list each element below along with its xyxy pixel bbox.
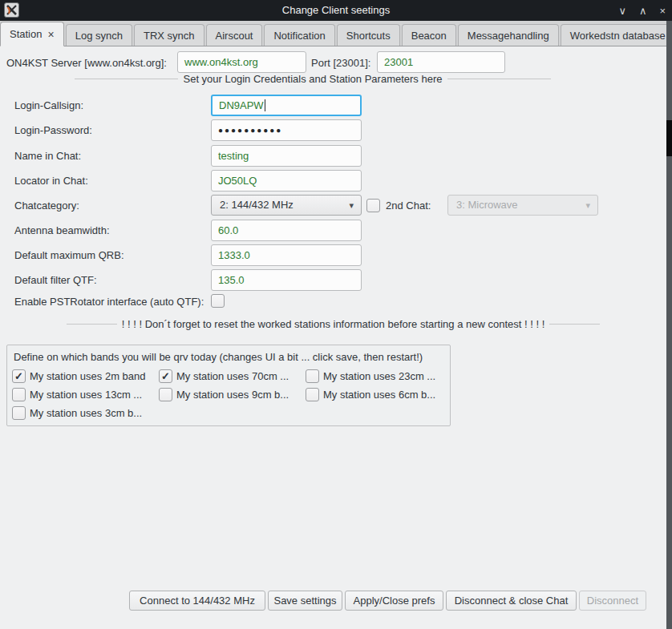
- chevron-down-icon: ▾: [585, 196, 590, 215]
- second-chat-checkbox[interactable]: [366, 199, 380, 212]
- max-qrb-label: Default maximum QRB:: [14, 249, 124, 261]
- tab-close-icon[interactable]: ×: [47, 28, 54, 41]
- contest-warning-text: ! ! ! ! Don´t forget to reset the worked…: [117, 318, 549, 330]
- tab-notification[interactable]: Notification: [264, 24, 334, 46]
- close-button[interactable]: ×: [659, 5, 666, 17]
- text-cursor: [265, 99, 265, 111]
- login-callsign-value: DN9APW: [219, 99, 264, 111]
- tab-shortcuts[interactable]: Shortcuts: [337, 24, 400, 46]
- credentials-section-title: Set your Login Credentials and Station P…: [178, 73, 447, 85]
- band-9cm-label: My station uses 9cm b...: [176, 389, 289, 401]
- chevron-down-icon: ▾: [349, 196, 354, 215]
- minimize-button[interactable]: ∨: [618, 5, 626, 17]
- chatcategory-select[interactable]: 2: 144/432 MHz ▾: [211, 195, 362, 216]
- tab-bar: Station × Log synch TRX synch Airscout N…: [0, 21, 672, 46]
- scrollbar-thumb[interactable]: [666, 120, 672, 156]
- background-scrollbar[interactable]: [666, 21, 672, 629]
- apply-close-prefs-button[interactable]: Apply/Close prefs: [345, 591, 443, 611]
- window-title: Change Client seetings: [0, 0, 672, 21]
- filter-qtf-label: Default filter QTF:: [14, 274, 97, 286]
- tab-label: Log synch: [75, 30, 123, 42]
- tab-airscout[interactable]: Airscout: [206, 24, 263, 46]
- band-13cm-label: My station uses 13cm ...: [30, 389, 142, 401]
- login-callsign-label: Login-Callsign:: [14, 99, 83, 111]
- tab-log-synch[interactable]: Log synch: [66, 24, 132, 46]
- connect-button[interactable]: Connect to 144/432 MHz: [129, 591, 265, 611]
- beamwidth-label: Antenna beamwidth:: [14, 224, 110, 236]
- band-23cm-checkbox[interactable]: [306, 369, 319, 383]
- tab-messagehandling[interactable]: Messagehandling: [458, 24, 559, 46]
- check-icon: ✓: [14, 370, 23, 382]
- tab-label: Airscout: [216, 30, 253, 42]
- disconnect-button: Disconnect: [579, 591, 646, 611]
- port-label: Port [23001]:: [311, 57, 370, 69]
- tab-label: Messagehandling: [468, 30, 549, 42]
- band-6cm-label: My station uses 6cm b...: [323, 389, 435, 401]
- credentials-section-separator: Set your Login Credentials and Station P…: [75, 72, 551, 85]
- pstrotator-label: Enable PSTRotator interface (auto QTF):: [14, 296, 204, 308]
- max-qrb-input[interactable]: 1333.0: [211, 244, 362, 266]
- server-label: ON4KST Server [www.on4kst.org]:: [6, 57, 167, 69]
- chat-name-input[interactable]: testing: [211, 145, 362, 167]
- server-input[interactable]: www.on4kst.org: [177, 51, 306, 73]
- second-chat-label: 2nd Chat:: [386, 200, 431, 212]
- login-password-input[interactable]: ●●●●●●●●●●: [211, 119, 362, 141]
- port-input[interactable]: 23001: [377, 51, 505, 73]
- pstrotator-checkbox[interactable]: [211, 294, 225, 308]
- chat-name-label: Name in Chat:: [14, 150, 81, 162]
- band-6cm-checkbox[interactable]: [306, 388, 319, 401]
- band-2m-checkbox[interactable]: ✓: [12, 369, 26, 383]
- chatcategory-label: Chatcategory:: [14, 200, 79, 212]
- tab-label: Station: [10, 28, 42, 40]
- save-settings-button[interactable]: Save settings: [268, 591, 342, 611]
- tab-workedstn-database[interactable]: Workedstn database: [561, 24, 672, 46]
- tab-label: Workedstn database: [570, 30, 666, 42]
- filter-qtf-input[interactable]: 135.0: [211, 269, 362, 291]
- band-23cm-label: My station uses 23cm ...: [323, 370, 435, 382]
- band-3cm-checkbox[interactable]: [12, 406, 26, 420]
- tab-beacon[interactable]: Beacon: [402, 24, 456, 46]
- beamwidth-input[interactable]: 60.0: [211, 220, 362, 241]
- tab-label: Beacon: [411, 30, 447, 42]
- settings-window: Change Client seetings ∨ ∧ × Station × L…: [0, 0, 672, 629]
- maximize-button[interactable]: ∧: [639, 5, 647, 17]
- band-3cm-label: My station uses 3cm b...: [30, 407, 142, 419]
- band-13cm-checkbox[interactable]: [12, 388, 26, 401]
- check-icon: ✓: [161, 370, 170, 382]
- login-callsign-input[interactable]: DN9APW: [211, 95, 362, 116]
- disconnect-close-chat-button[interactable]: Disconnect & close Chat: [446, 591, 577, 611]
- band-2m-label: My station uses 2m band: [30, 370, 146, 382]
- locator-input[interactable]: JO50LQ: [211, 170, 362, 192]
- tab-trx-synch[interactable]: TRX synch: [134, 24, 204, 46]
- chatcategory-value: 2: 144/432 MHz: [220, 199, 293, 211]
- second-chat-value: 3: Microwave: [456, 199, 518, 211]
- band-9cm-checkbox[interactable]: [159, 388, 172, 401]
- tab-label: TRX synch: [144, 30, 195, 42]
- band-70cm-label: My station uses 70cm ...: [176, 370, 289, 382]
- tab-station[interactable]: Station ×: [0, 22, 64, 46]
- bands-groupbox: Define on which bands you will be qrv to…: [6, 345, 451, 426]
- tab-label: Shortcuts: [346, 30, 391, 42]
- contest-warning-separator: ! ! ! ! Don´t forget to reset the worked…: [67, 317, 600, 330]
- login-password-label: Login-Password:: [14, 124, 92, 136]
- band-70cm-checkbox[interactable]: ✓: [159, 369, 172, 383]
- titlebar[interactable]: Change Client seetings ∨ ∧ ×: [0, 0, 672, 21]
- bands-group-title: Define on which bands you will be qrv to…: [14, 351, 423, 363]
- tab-label: Notification: [273, 30, 325, 42]
- locator-label: Locator in Chat:: [14, 175, 88, 187]
- second-chat-select: 3: Microwave ▾: [447, 195, 598, 216]
